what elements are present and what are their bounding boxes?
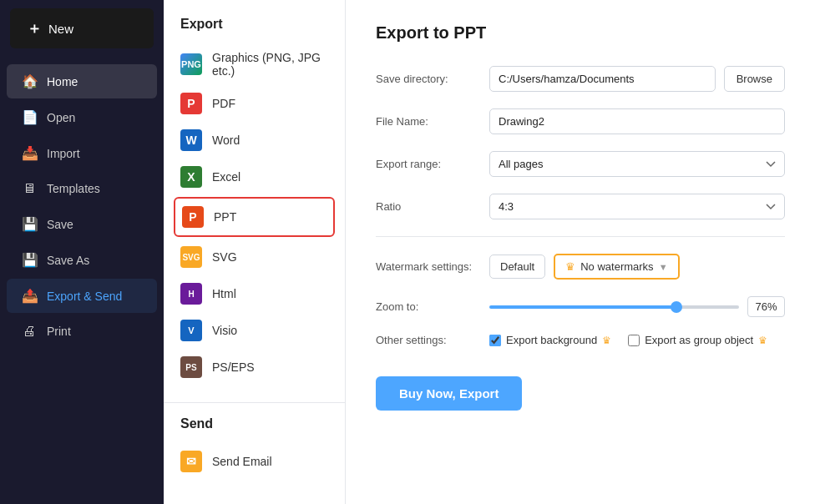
import-icon: 📥 — [22, 145, 37, 161]
plus-icon: ＋ — [27, 18, 42, 38]
export-range-controls: All pages Current page Selected pages — [489, 151, 785, 177]
export-item-pseps[interactable]: PS PS/EPS — [164, 349, 345, 386]
send-section: Send ✉ Send Email — [164, 402, 345, 480]
other-settings-row: Other settings: Export background ♛ Expo… — [376, 334, 785, 346]
send-section-title: Send — [164, 416, 345, 443]
visio-icon: V — [180, 320, 202, 341]
watermark-no-button[interactable]: ♛ No watermarks ▼ — [554, 254, 679, 280]
zoom-label: Zoom to: — [376, 300, 476, 313]
browse-button[interactable]: Browse — [724, 66, 785, 92]
other-settings-controls: Export background ♛ Export as group obje… — [489, 334, 767, 346]
buy-now-export-button[interactable]: Buy Now, Export — [376, 376, 522, 411]
graphics-icon: PNG — [180, 53, 202, 75]
export-range-label: Export range: — [376, 158, 476, 170]
export-background-label: Export background — [506, 334, 597, 346]
save-directory-controls: Browse — [489, 66, 785, 92]
dropdown-arrow-icon: ▼ — [659, 262, 668, 272]
export-label-visio: Visio — [212, 324, 237, 337]
export-label-pseps: PS/EPS — [212, 360, 255, 374]
export-label-pdf: PDF — [212, 97, 235, 110]
sidebar-item-save[interactable]: 💾 Save — [7, 207, 157, 241]
watermark-controls: Default ♛ No watermarks ▼ — [489, 254, 785, 280]
sidebar-label-home: Home — [47, 75, 78, 88]
zoom-slider[interactable] — [489, 305, 739, 309]
export-item-html[interactable]: H Html — [164, 275, 345, 312]
watermark-default-button[interactable]: Default — [489, 255, 545, 279]
ratio-controls: 4:3 16:9 16:10 Custom — [489, 194, 785, 219]
file-name-input[interactable] — [489, 108, 785, 134]
sidebar-item-import[interactable]: 📥 Import — [7, 136, 157, 170]
crown-small-icon-1: ♛ — [602, 335, 611, 346]
sidebar: ＋ New 🏠 Home 📄 Open 📥 Import 🖥 Templates… — [0, 0, 164, 504]
export-background-checkbox[interactable]: Export background ♛ — [489, 334, 611, 346]
pdf-icon: P — [180, 93, 202, 114]
watermark-no-label: No watermarks — [580, 260, 653, 273]
ppt-icon: P — [182, 206, 204, 228]
sidebar-item-templates[interactable]: 🖥 Templates — [7, 172, 157, 205]
export-label-word: Word — [212, 134, 240, 147]
export-group-checkbox[interactable]: Export as group object ♛ — [628, 334, 767, 346]
sidebar-label-save-as: Save As — [47, 254, 89, 267]
send-item-email[interactable]: ✉ Send Email — [164, 443, 345, 480]
pseps-icon: PS — [180, 356, 202, 378]
excel-icon: X — [180, 166, 202, 188]
sidebar-item-export-send[interactable]: 📤 Export & Send — [7, 279, 157, 313]
export-ppt-title: Export to PPT — [376, 23, 785, 43]
sidebar-label-templates: Templates — [47, 182, 100, 195]
export-group-input[interactable] — [628, 335, 640, 346]
divider — [164, 402, 345, 403]
zoom-value-input[interactable] — [747, 296, 785, 317]
zoom-controls — [489, 296, 785, 317]
save-directory-label: Save directory: — [376, 73, 476, 85]
middle-panel: Export PNG Graphics (PNG, JPG etc.) P PD… — [164, 0, 346, 504]
sidebar-label-print: Print — [47, 325, 71, 338]
sidebar-item-home[interactable]: 🏠 Home — [7, 64, 157, 98]
crown-icon: ♛ — [565, 260, 575, 273]
zoom-row: Zoom to: — [376, 296, 785, 317]
export-label-graphics: Graphics (PNG, JPG etc.) — [212, 51, 328, 78]
export-item-graphics[interactable]: PNG Graphics (PNG, JPG etc.) — [164, 43, 345, 85]
templates-icon: 🖥 — [22, 181, 37, 196]
sidebar-label-save: Save — [47, 218, 73, 231]
export-background-input[interactable] — [489, 335, 501, 346]
email-icon: ✉ — [180, 451, 202, 472]
crown-small-icon-2: ♛ — [758, 335, 767, 346]
file-name-row: File Name: — [376, 108, 785, 134]
export-label-svg: SVG — [212, 250, 237, 264]
export-item-word[interactable]: W Word — [164, 122, 345, 159]
ratio-select[interactable]: 4:3 16:9 16:10 Custom — [489, 194, 785, 219]
save-directory-input[interactable] — [489, 66, 716, 92]
export-section-title: Export — [164, 17, 345, 43]
sidebar-label-open: Open — [47, 111, 75, 124]
save-icon: 💾 — [22, 216, 37, 232]
export-item-ppt[interactable]: P PPT — [174, 197, 335, 237]
export-item-svg[interactable]: SVG SVG — [164, 239, 345, 275]
ratio-row: Ratio 4:3 16:9 16:10 Custom — [376, 194, 785, 219]
export-item-visio[interactable]: V Visio — [164, 312, 345, 349]
svg-icon: SVG — [180, 246, 202, 268]
export-group-label: Export as group object — [645, 334, 753, 346]
separator-1 — [376, 236, 785, 237]
export-item-excel[interactable]: X Excel — [164, 159, 345, 195]
sidebar-item-print[interactable]: 🖨 Print — [7, 315, 157, 348]
sidebar-label-import: Import — [47, 147, 80, 160]
new-button[interactable]: ＋ New — [10, 8, 154, 48]
watermark-label: Watermark settings: — [376, 260, 476, 273]
export-range-row: Export range: All pages Current page Sel… — [376, 151, 785, 177]
main-content: Export PNG Graphics (PNG, JPG etc.) P PD… — [164, 0, 815, 504]
send-label-email: Send Email — [212, 455, 272, 468]
file-name-label: File Name: — [376, 115, 476, 128]
export-range-select[interactable]: All pages Current page Selected pages — [489, 151, 785, 177]
word-icon: W — [180, 129, 202, 151]
save-as-icon: 💾 — [22, 252, 37, 268]
sidebar-item-open[interactable]: 📄 Open — [7, 100, 157, 134]
sidebar-item-save-as[interactable]: 💾 Save As — [7, 243, 157, 277]
sidebar-label-export-send: Export & Send — [47, 290, 122, 303]
new-label: New — [48, 22, 73, 36]
export-item-pdf[interactable]: P PDF — [164, 85, 345, 122]
home-icon: 🏠 — [22, 73, 37, 89]
other-settings-label: Other settings: — [376, 334, 476, 346]
open-icon: 📄 — [22, 109, 37, 125]
export-label-html: Html — [212, 287, 236, 300]
export-label-excel: Excel — [212, 170, 240, 184]
